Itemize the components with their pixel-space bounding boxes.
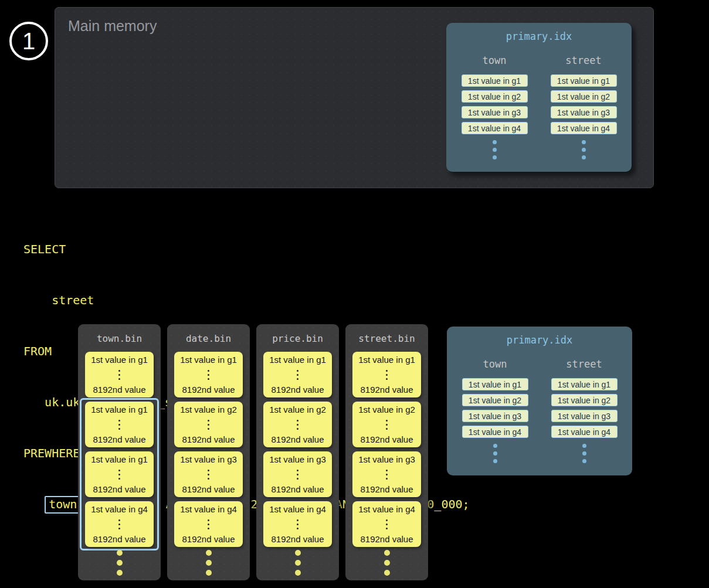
index-entry: 1st value in g3 (551, 106, 617, 118)
index-entry: 1st value in g2 (551, 90, 617, 103)
granule-block: 1st value in g3 8192nd value (174, 451, 243, 497)
index-entry: 1st value in g3 (462, 106, 528, 118)
index-column-street: street 1st value in g1 1st value in g2 1… (551, 358, 618, 463)
granule-top-label: 1st value in g1 (180, 355, 237, 365)
primary-index-title: primary.idx (446, 30, 632, 43)
granule-ellipsis-icon (118, 420, 120, 430)
granule-block: 1st value in g2 8192nd value (263, 402, 332, 447)
granule-block: 1st value in g4 8192nd value (263, 501, 332, 547)
granule-bottom-label: 8192nd value (360, 484, 413, 494)
bin-column-title: town.bin (97, 332, 142, 345)
ellipsis-dots-icon (117, 550, 123, 576)
granule-block: 1st value in g4 8192nd value (174, 501, 243, 547)
granule-bottom-label: 8192nd value (360, 534, 413, 544)
granule-bottom-label: 8192nd value (182, 484, 235, 494)
granule-ellipsis-icon (297, 519, 298, 529)
bin-column-street: street.bin 1st value in g1 8192nd value … (345, 324, 428, 580)
granule-bottom-label: 8192nd value (271, 385, 324, 395)
granule-block: 1st value in g1 8192nd value (85, 352, 154, 397)
ellipsis-dots-icon (493, 444, 497, 463)
granule-bottom-label: 8192nd value (182, 385, 235, 395)
sql-indent (23, 496, 45, 513)
index-column-header-town: town (483, 358, 507, 371)
granule-block: 1st value in g2 8192nd value (352, 402, 421, 447)
ellipsis-dots-icon (582, 140, 586, 159)
granule-ellipsis-icon (386, 420, 388, 430)
index-entry: 1st value in g2 (462, 394, 528, 406)
granule-top-label: 1st value in g3 (358, 454, 415, 464)
granule-top-label: 1st value in g2 (269, 405, 326, 414)
granule-bottom-label: 8192nd value (271, 534, 324, 544)
granule-block: 1st value in g1 8192nd value (85, 402, 154, 447)
bin-column-town: town.bin 1st value in g1 8192nd value 1s… (78, 324, 161, 580)
granule-bottom-label: 8192nd value (182, 434, 235, 444)
index-entry: 1st value in g2 (462, 90, 528, 103)
bin-column-title: street.bin (358, 332, 415, 345)
index-entry: 1st value in g1 (462, 74, 528, 87)
granule-top-label: 1st value in g4 (269, 504, 326, 514)
granule-top-label: 1st value in g1 (269, 355, 326, 365)
ellipsis-dots-icon (384, 550, 390, 576)
granule-top-label: 1st value in g4 (91, 504, 148, 514)
granule-ellipsis-icon (386, 519, 388, 529)
granule-bottom-label: 8192nd value (93, 385, 145, 395)
granule-ellipsis-icon (208, 519, 209, 529)
granule-bottom-label: 8192nd value (182, 534, 235, 544)
ellipsis-dots-icon (493, 140, 497, 159)
granule-ellipsis-icon (118, 519, 120, 529)
selected-granules-highlight: 1st value in g1 8192nd value 1st value i… (80, 398, 159, 550)
granule-top-label: 1st value in g3 (180, 454, 237, 464)
index-entry: 1st value in g4 (462, 426, 528, 438)
granule-ellipsis-icon (118, 470, 120, 480)
granule-bottom-label: 8192nd value (360, 434, 413, 444)
granule-bottom-label: 8192nd value (271, 484, 324, 494)
granule-block: 1st value in g1 8192nd value (352, 352, 421, 397)
granule-ellipsis-icon (386, 370, 388, 380)
granule-block: 1st value in g4 8192nd value (85, 501, 154, 547)
index-entry: 1st value in g3 (462, 410, 528, 422)
index-column-header-street: street (565, 54, 601, 67)
index-entry: 1st value in g1 (462, 378, 528, 390)
granule-block: 1st value in g1 8192nd value (263, 352, 332, 397)
granule-bottom-label: 8192nd value (93, 484, 145, 494)
index-column-header-street: street (566, 358, 602, 371)
bin-column-date: date.bin 1st value in g1 8192nd value 1s… (167, 324, 250, 580)
index-column-street: street 1st value in g1 1st value in g2 1… (551, 54, 617, 159)
granule-top-label: 1st value in g2 (358, 405, 415, 414)
index-entry: 1st value in g2 (551, 394, 618, 406)
granule-top-label: 1st value in g1 (91, 454, 148, 464)
primary-index-panel-disk: primary.idx town 1st value in g1 1st val… (447, 327, 632, 475)
primary-index-panel-memory: primary.idx town 1st value in g1 1st val… (446, 23, 632, 172)
granule-top-label: 1st value in g1 (358, 355, 415, 365)
granule-top-label: 1st value in g1 (91, 405, 148, 414)
granule-ellipsis-icon (386, 470, 388, 480)
step-number: 1 (22, 28, 35, 55)
ellipsis-dots-icon (295, 550, 301, 576)
granule-ellipsis-icon (297, 470, 298, 480)
sql-line-select: SELECT (23, 241, 470, 258)
sql-line-column: street (23, 292, 470, 309)
granule-block: 1st value in g3 8192nd value (263, 451, 332, 497)
index-entry: 1st value in g4 (551, 122, 617, 134)
bin-column-price: price.bin 1st value in g1 8192nd value 1… (256, 324, 339, 580)
granule-ellipsis-icon (208, 420, 209, 430)
column-files-row: town.bin 1st value in g1 8192nd value 1s… (78, 324, 428, 580)
granule-block: 1st value in g4 8192nd value (352, 501, 421, 547)
index-entry: 1st value in g1 (551, 378, 618, 390)
granule-block: 1st value in g1 8192nd value (174, 352, 243, 397)
index-column-header-town: town (483, 54, 507, 67)
index-entry: 1st value in g4 (551, 426, 618, 438)
granule-top-label: 1st value in g2 (180, 405, 237, 414)
granule-block: 1st value in g2 8192nd value (174, 402, 243, 447)
granule-top-label: 1st value in g1 (91, 355, 148, 365)
index-entry: 1st value in g1 (551, 74, 617, 87)
granule-bottom-label: 8192nd value (360, 385, 413, 395)
bin-column-title: price.bin (272, 332, 323, 345)
index-entry: 1st value in g4 (462, 122, 528, 134)
granule-ellipsis-icon (297, 370, 298, 380)
granule-top-label: 1st value in g4 (180, 504, 237, 514)
primary-index-title: primary.idx (447, 334, 632, 346)
bin-column-title: date.bin (186, 332, 231, 345)
granule-bottom-label: 8192nd value (93, 434, 145, 444)
granule-block: 1st value in g1 8192nd value (85, 451, 154, 497)
